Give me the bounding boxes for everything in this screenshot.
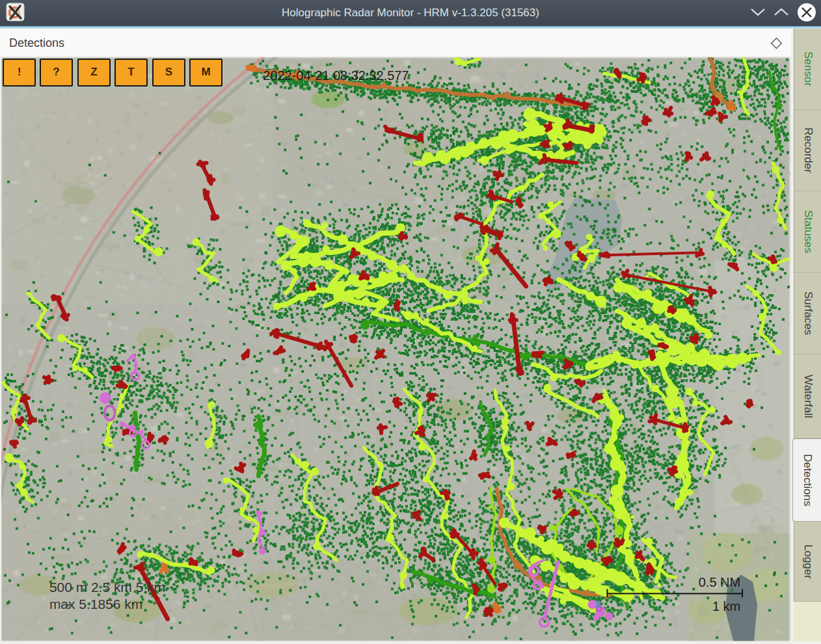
svg-text:0.5 NM: 0.5 NM [699, 575, 740, 589]
svg-text:max 5.1856 km: max 5.1856 km [49, 597, 142, 611]
svg-text:2022-04-21 08:32:32.577: 2022-04-21 08:32:32.577 [263, 68, 409, 83]
svg-text:1 km: 1 km [712, 599, 740, 613]
svg-text:500 m 2.5 km 5 km: 500 m 2.5 km 5 km [49, 580, 165, 595]
